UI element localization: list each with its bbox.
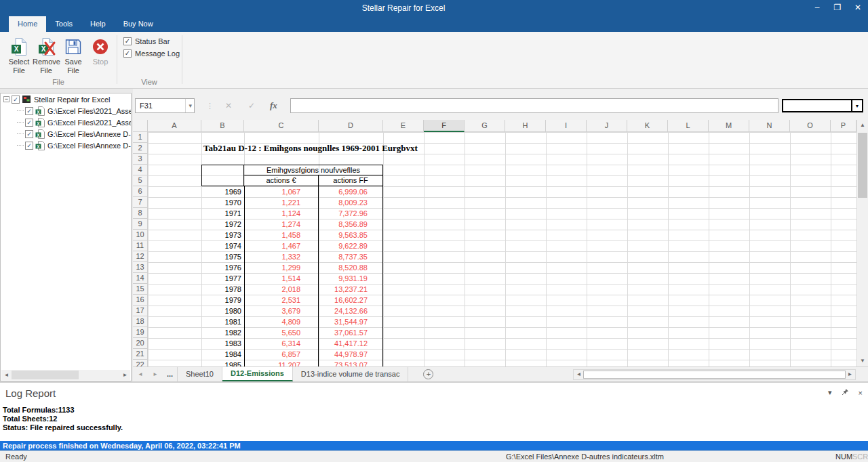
tree-horizontal-scrollbar[interactable]: ◄ ► — [1, 370, 130, 380]
cell-C11[interactable]: 1,467 — [244, 240, 319, 251]
sheet-tab-d13-indice-volume-de-transac[interactable]: D13-indice volume de transac — [293, 367, 409, 381]
cell-D15[interactable]: 13,237.21 — [319, 284, 383, 295]
row-header-20[interactable]: 20 — [133, 338, 148, 349]
cell-C20[interactable]: 6,314 — [244, 338, 319, 349]
message-log-checkbox[interactable]: ✓ Message Log — [123, 49, 180, 58]
scroll-thumb[interactable] — [12, 371, 79, 379]
cell-D17[interactable]: 24,132.66 — [319, 306, 383, 316]
pin-icon[interactable] — [842, 388, 849, 397]
column-header-K[interactable]: K — [627, 120, 668, 132]
row-header-12[interactable]: 12 — [133, 251, 148, 262]
row-header-7[interactable]: 7 — [133, 197, 148, 208]
cell-D12[interactable]: 8,737.35 — [319, 251, 383, 262]
save-file-button[interactable]: Save File — [60, 37, 87, 75]
menu-tab-tools[interactable]: Tools — [46, 16, 81, 32]
item-checkbox[interactable]: ✓ — [25, 107, 33, 115]
column-header-N[interactable]: N — [749, 120, 790, 132]
scroll-right-icon[interactable]: ► — [845, 370, 855, 380]
cell-D6[interactable]: 6,999.06 — [319, 186, 383, 197]
item-checkbox[interactable]: ✓ — [25, 119, 33, 127]
combo-dropdown-icon[interactable]: ▼ — [852, 99, 863, 112]
column-header-E[interactable]: E — [383, 120, 424, 132]
item-checkbox[interactable]: ✓ — [25, 130, 33, 138]
scroll-thumb[interactable] — [583, 371, 846, 379]
tree-root[interactable]: − ✓ Stellar Repair for Excel — [1, 93, 131, 105]
status-bar-checkbox[interactable]: ✓ Status Bar — [123, 37, 170, 45]
scroll-left-icon[interactable]: ◄ — [1, 370, 12, 380]
cell-C7[interactable]: 1,221 — [244, 197, 319, 208]
row-header-18[interactable]: 18 — [133, 316, 148, 327]
cell-B2-title[interactable]: Tab21au D-12 : Emihgons nougnlles 1969-2… — [203, 143, 556, 154]
cell-B12[interactable]: 1975 — [201, 251, 244, 262]
cell-D9[interactable]: 8,356.89 — [319, 219, 383, 230]
cell-D22[interactable]: 73,513.07 — [319, 360, 383, 366]
minimize-button[interactable]: – — [807, 0, 827, 16]
scroll-track[interactable] — [12, 370, 120, 380]
tabs-scroll-right-icon[interactable]: ► — [148, 367, 163, 381]
cell-C12[interactable]: 1,332 — [244, 251, 319, 262]
item-checkbox[interactable]: ✓ — [25, 142, 33, 150]
cell-B10[interactable]: 1973 — [201, 230, 244, 240]
column-header-B[interactable]: B — [201, 120, 244, 132]
cell-D20[interactable]: 41,417.12 — [319, 338, 383, 349]
log-dropdown-icon[interactable]: ▾ — [828, 388, 832, 397]
cell-B17[interactable]: 1980 — [201, 306, 244, 316]
row-header-17[interactable]: 17 — [133, 306, 148, 316]
name-box[interactable]: F31 ▾ — [135, 98, 195, 113]
scroll-up-icon[interactable]: ▲ — [857, 120, 868, 131]
row-header-10[interactable]: 10 — [133, 230, 148, 240]
tree-item-2[interactable]: ✓XG:\Excel Files\Annexe D- — [14, 128, 131, 140]
row-header-14[interactable]: 14 — [133, 273, 148, 284]
cell-D14[interactable]: 9,931.19 — [319, 273, 383, 284]
cell-D8[interactable]: 7,372.96 — [319, 208, 383, 219]
tabs-more[interactable]: ... — [163, 367, 178, 381]
formula-input[interactable] — [290, 98, 778, 113]
cell-B9[interactable]: 1972 — [201, 219, 244, 230]
cell-B18[interactable]: 1981 — [201, 316, 244, 327]
cell-B20[interactable]: 1983 — [201, 338, 244, 349]
cell-C18[interactable]: 4,809 — [244, 316, 319, 327]
collapse-icon[interactable]: − — [3, 96, 9, 102]
row-header-16[interactable]: 16 — [133, 295, 148, 306]
row-header-4[interactable]: 4 — [133, 165, 148, 175]
row-header-5[interactable]: 5 — [133, 175, 148, 186]
cell-D5[interactable]: actions FF — [319, 175, 383, 186]
row-header-11[interactable]: 11 — [133, 240, 148, 251]
scroll-thumb[interactable] — [858, 133, 867, 198]
cell-C16[interactable]: 2,531 — [244, 295, 319, 306]
cancel-icon[interactable]: ✕ — [225, 98, 232, 113]
name-box-dropdown-icon[interactable]: ▾ — [185, 99, 192, 112]
vertical-scrollbar[interactable]: ▲ ▼ — [856, 120, 868, 366]
cell-C14[interactable]: 1,514 — [244, 273, 319, 284]
cell-C15[interactable]: 2,018 — [244, 284, 319, 295]
cell-B14[interactable]: 1977 — [201, 273, 244, 284]
row-header-19[interactable]: 19 — [133, 327, 148, 338]
tree-item-1[interactable]: ✓XG:\Excel Files\2021_Asse — [14, 117, 131, 128]
cell-C17[interactable]: 3,679 — [244, 306, 319, 316]
row-header-2[interactable]: 2 — [133, 143, 148, 154]
remove-file-button[interactable]: X Remove File — [33, 37, 60, 75]
close-button[interactable]: ✕ — [848, 0, 868, 16]
insert-function-icon[interactable]: fx — [270, 98, 277, 113]
column-header-F[interactable]: F — [424, 120, 465, 132]
row-header-8[interactable]: 8 — [133, 208, 148, 219]
row-header-22[interactable]: 22 — [133, 360, 148, 366]
cell-C9[interactable]: 1,274 — [244, 219, 319, 230]
cell-C21[interactable]: 6,857 — [244, 349, 319, 360]
menu-tab-home[interactable]: Home — [9, 16, 46, 32]
cell-B19[interactable]: 1982 — [201, 327, 244, 338]
cell-C6[interactable]: 1,067 — [244, 186, 319, 197]
column-header-A[interactable]: A — [148, 120, 201, 132]
cell-B21[interactable]: 1984 — [201, 349, 244, 360]
cell-D21[interactable]: 44,978.97 — [319, 349, 383, 360]
menu-tab-buy-now[interactable]: Buy Now — [115, 16, 162, 32]
row-header-3[interactable]: 3 — [133, 154, 148, 165]
cell-D10[interactable]: 9,563.85 — [319, 230, 383, 240]
column-header-H[interactable]: H — [505, 120, 546, 132]
cell-D19[interactable]: 37,061.57 — [319, 327, 383, 338]
restore-button[interactable]: ❐ — [827, 0, 848, 16]
column-header-I[interactable]: I — [546, 120, 587, 132]
cell-B11[interactable]: 1974 — [201, 240, 244, 251]
cell-B4[interactable] — [201, 165, 244, 186]
cell-C10[interactable]: 1,458 — [244, 230, 319, 240]
